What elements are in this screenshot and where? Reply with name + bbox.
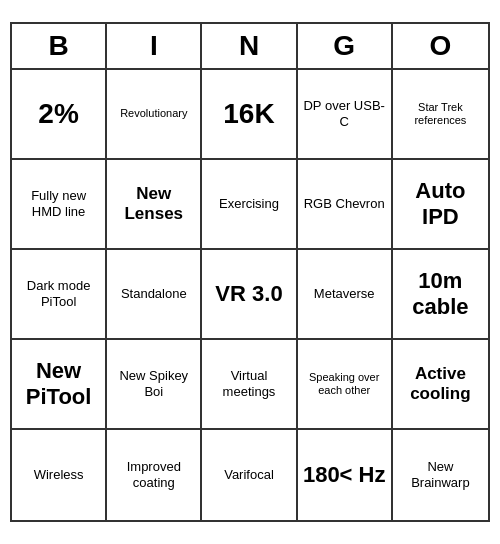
cell-text-20: Wireless xyxy=(34,467,84,483)
cell-text-21: Improved coating xyxy=(111,459,196,490)
cell-text-10: Dark mode PiTool xyxy=(16,278,101,309)
header-letter-B: B xyxy=(12,24,107,68)
cell-text-15: New PiTool xyxy=(16,358,101,411)
header-letter-O: O xyxy=(393,24,488,68)
cell-text-3: DP over USB-C xyxy=(302,98,387,129)
bingo-cell-21: Improved coating xyxy=(107,430,202,520)
bingo-cell-13: Metaverse xyxy=(298,250,393,340)
bingo-cell-9: Auto IPD xyxy=(393,160,488,250)
bingo-grid: 2%Revolutionary16KDP over USB-CStar Trek… xyxy=(12,70,488,520)
bingo-cell-12: VR 3.0 xyxy=(202,250,297,340)
cell-text-23: 180< Hz xyxy=(303,462,386,488)
cell-text-13: Metaverse xyxy=(314,286,375,302)
bingo-cell-2: 16K xyxy=(202,70,297,160)
cell-text-22: Varifocal xyxy=(224,467,274,483)
cell-text-24: New Brainwarp xyxy=(397,459,484,490)
cell-text-18: Speaking over each other xyxy=(302,371,387,397)
bingo-cell-23: 180< Hz xyxy=(298,430,393,520)
bingo-cell-17: Virtual meetings xyxy=(202,340,297,430)
bingo-cell-0: 2% xyxy=(12,70,107,160)
cell-text-19: Active cooling xyxy=(397,364,484,405)
cell-text-4: Star Trek references xyxy=(397,101,484,127)
cell-text-7: Exercising xyxy=(219,196,279,212)
bingo-cell-18: Speaking over each other xyxy=(298,340,393,430)
bingo-cell-1: Revolutionary xyxy=(107,70,202,160)
bingo-cell-11: Standalone xyxy=(107,250,202,340)
bingo-cell-15: New PiTool xyxy=(12,340,107,430)
cell-text-6: New Lenses xyxy=(111,184,196,225)
bingo-cell-4: Star Trek references xyxy=(393,70,488,160)
bingo-cell-3: DP over USB-C xyxy=(298,70,393,160)
header-letter-I: I xyxy=(107,24,202,68)
cell-text-14: 10m cable xyxy=(397,268,484,321)
cell-text-17: Virtual meetings xyxy=(206,368,291,399)
bingo-cell-5: Fully new HMD line xyxy=(12,160,107,250)
bingo-cell-22: Varifocal xyxy=(202,430,297,520)
bingo-board: BINGO 2%Revolutionary16KDP over USB-CSta… xyxy=(10,22,490,522)
cell-text-11: Standalone xyxy=(121,286,187,302)
cell-text-8: RGB Chevron xyxy=(304,196,385,212)
bingo-cell-19: Active cooling xyxy=(393,340,488,430)
bingo-cell-20: Wireless xyxy=(12,430,107,520)
cell-text-0: 2% xyxy=(38,97,78,131)
bingo-cell-8: RGB Chevron xyxy=(298,160,393,250)
bingo-cell-10: Dark mode PiTool xyxy=(12,250,107,340)
cell-text-12: VR 3.0 xyxy=(215,281,282,307)
bingo-header: BINGO xyxy=(12,24,488,70)
header-letter-N: N xyxy=(202,24,297,68)
bingo-cell-14: 10m cable xyxy=(393,250,488,340)
bingo-cell-7: Exercising xyxy=(202,160,297,250)
bingo-cell-16: New Spikey Boi xyxy=(107,340,202,430)
cell-text-2: 16K xyxy=(223,97,274,131)
bingo-cell-24: New Brainwarp xyxy=(393,430,488,520)
bingo-cell-6: New Lenses xyxy=(107,160,202,250)
header-letter-G: G xyxy=(298,24,393,68)
cell-text-16: New Spikey Boi xyxy=(111,368,196,399)
cell-text-1: Revolutionary xyxy=(120,107,187,120)
cell-text-5: Fully new HMD line xyxy=(16,188,101,219)
cell-text-9: Auto IPD xyxy=(397,178,484,231)
